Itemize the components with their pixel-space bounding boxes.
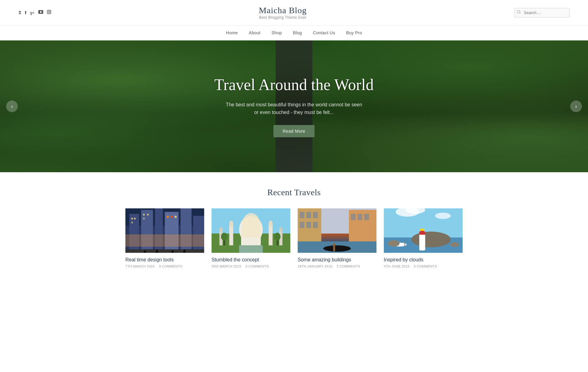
svg-rect-33: [229, 224, 233, 245]
svg-line-6: [520, 13, 521, 14]
card-image-3[interactable]: [298, 208, 376, 253]
svg-rect-10: [141, 210, 153, 253]
svg-point-74: [450, 242, 460, 247]
instagram-icon[interactable]: [47, 10, 51, 15]
svg-rect-72: [404, 241, 405, 246]
svg-point-73: [388, 240, 400, 247]
svg-rect-9: [129, 214, 139, 253]
card-meta-2: 3RD MARCH 2015 3 COMMENTS: [212, 264, 290, 268]
card-meta-4: 4TH JUNE 2015 3 COMMENTS: [384, 264, 463, 268]
recent-travels-section: Recent Travels: [0, 172, 588, 287]
nav-item-contact[interactable]: Contact Us: [313, 30, 335, 35]
svg-rect-18: [143, 214, 145, 215]
hero-content: Travel Around the World The best and mos…: [208, 75, 380, 137]
svg-rect-24: [125, 249, 204, 253]
hero-slider: ‹ Travel Around the World The best and m…: [0, 40, 588, 172]
svg-rect-41: [239, 245, 263, 253]
site-header: 𝕿 f g+ Maicha Blog Best Blogging Theme E…: [0, 0, 588, 25]
svg-rect-15: [131, 218, 133, 219]
svg-rect-11: [155, 208, 163, 253]
svg-rect-16: [134, 218, 136, 219]
list-item: Some amazing buildings 18TH JANUARY 2015…: [298, 208, 376, 268]
card-title-2[interactable]: Stumbled the concept: [212, 257, 290, 263]
card-image-2[interactable]: [212, 208, 290, 253]
svg-point-34: [229, 221, 233, 227]
brand-title[interactable]: Maicha Blog: [259, 6, 307, 15]
nav-item-shop[interactable]: Shop: [272, 30, 282, 35]
nav-item-buy-pro[interactable]: Buy Pro: [346, 30, 362, 35]
svg-point-4: [50, 11, 51, 11]
svg-rect-55: [351, 214, 355, 220]
search-input[interactable]: [514, 8, 570, 17]
svg-rect-20: [143, 218, 145, 219]
svg-point-5: [517, 10, 520, 13]
svg-point-59: [323, 245, 351, 252]
svg-rect-12: [165, 212, 179, 253]
svg-rect-57: [364, 214, 369, 220]
nav-item-about[interactable]: About: [249, 30, 261, 35]
chevron-left-icon: ‹: [11, 103, 13, 110]
twitter-icon[interactable]: 𝕿: [18, 10, 21, 15]
card-image-1[interactable]: [125, 208, 204, 253]
card-comments-4: 3 COMMENTS: [414, 264, 437, 268]
svg-rect-51: [300, 222, 304, 228]
svg-point-36: [269, 221, 273, 227]
main-nav: Home About Shop Blog Contact Us Buy Pro: [0, 25, 588, 40]
hero-title: Travel Around the World: [214, 75, 374, 94]
card-date-3: 18TH JANUARY 2015: [298, 264, 333, 268]
slider-prev-button[interactable]: ‹: [6, 101, 18, 112]
card-meta-3: 18TH JANUARY 2015 3 COMMENTS: [298, 264, 376, 268]
svg-rect-17: [131, 222, 133, 223]
list-item: Stumbled the concept 3RD MARCH 2015 3 CO…: [212, 208, 290, 268]
slider-next-button[interactable]: ›: [570, 101, 582, 112]
card-date-4: 4TH JUNE 2015: [384, 264, 410, 268]
svg-rect-2: [47, 10, 51, 14]
svg-rect-56: [357, 214, 362, 220]
nav-item-blog[interactable]: Blog: [293, 30, 302, 35]
card-date-2: 3RD MARCH 2015: [212, 264, 241, 268]
svg-rect-67: [419, 233, 425, 251]
svg-point-40: [279, 227, 282, 232]
hero-subtitle: The best and most beautiful things in th…: [223, 101, 365, 116]
list-item: Inspired by clouds 4TH JUNE 2015 3 COMME…: [384, 208, 463, 268]
svg-point-64: [435, 213, 451, 219]
svg-rect-70: [420, 229, 424, 231]
card-image-4[interactable]: [384, 208, 463, 253]
card-date-1: 7TH MARCH 2015: [125, 264, 155, 268]
card-meta-1: 7TH MARCH 2015 3 COMMENTS: [125, 264, 204, 268]
svg-rect-21: [167, 216, 169, 218]
brand-logo: Maicha Blog Best Blogging Theme Ever: [259, 6, 307, 20]
facebook-icon[interactable]: f: [25, 10, 26, 15]
chevron-right-icon: ›: [575, 103, 577, 110]
svg-rect-35: [269, 224, 273, 245]
svg-rect-60: [333, 243, 335, 251]
brand-subtitle: Best Blogging Theme Ever: [259, 15, 307, 20]
svg-point-45: [274, 233, 281, 241]
svg-rect-29: [212, 208, 290, 233]
card-comments-3: 3 COMMENTS: [337, 264, 360, 268]
svg-rect-13: [181, 208, 192, 253]
svg-point-3: [48, 11, 50, 13]
cards-grid: Real time design tools 7TH MARCH 2015 3 …: [125, 208, 463, 268]
search-container: [514, 8, 570, 17]
social-icons-group: 𝕿 f g+: [18, 10, 51, 15]
hero-read-more-button[interactable]: Read More: [273, 125, 315, 137]
svg-point-66: [411, 232, 451, 247]
svg-point-38: [220, 227, 223, 232]
svg-rect-19: [147, 214, 149, 215]
svg-rect-49: [306, 212, 311, 218]
card-title-4[interactable]: Inspired by clouds: [384, 257, 463, 263]
svg-rect-22: [171, 216, 173, 218]
search-icon: [517, 10, 521, 15]
svg-point-43: [221, 233, 227, 241]
card-comments-1: 3 COMMENTS: [159, 264, 182, 268]
nav-item-home[interactable]: Home: [226, 30, 238, 35]
svg-rect-50: [313, 212, 318, 218]
svg-rect-23: [175, 216, 177, 218]
recent-section-title: Recent Travels: [18, 188, 570, 197]
google-plus-icon[interactable]: g+: [30, 10, 35, 15]
svg-rect-48: [300, 212, 304, 218]
card-title-1[interactable]: Real time design tools: [125, 257, 204, 263]
youtube-icon[interactable]: [38, 10, 43, 15]
card-title-3[interactable]: Some amazing buildings: [298, 257, 376, 263]
